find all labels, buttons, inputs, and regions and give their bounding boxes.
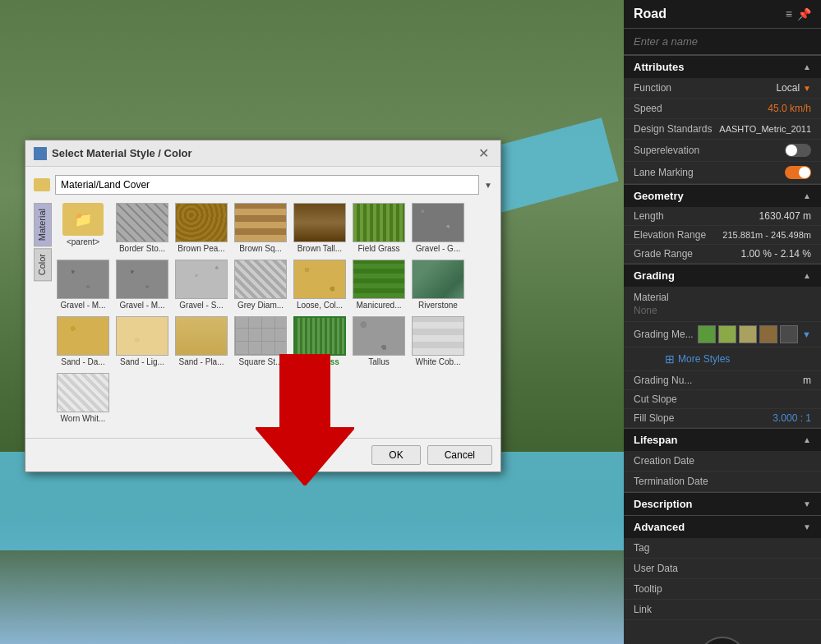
grading-num-value: m xyxy=(803,375,811,386)
lifespan-label: Lifespan xyxy=(634,434,677,446)
list-item[interactable]: Brown Tall... xyxy=(292,203,348,253)
material-dropdown[interactable]: Material/Land Cover xyxy=(55,175,479,195)
materials-grid: 📁 <parent> Border Sto... Brown Pea... xyxy=(55,203,492,430)
material-thumb xyxy=(412,316,464,356)
parent-folder-icon: 📁 xyxy=(62,203,104,236)
termination-date-label: Termination Date xyxy=(634,476,811,487)
superelevation-label: Superelevation xyxy=(634,145,785,156)
superelevation-row: Superelevation xyxy=(624,140,821,162)
material-tab[interactable]: Material xyxy=(34,203,52,246)
material-thumb xyxy=(57,260,109,299)
material-label: Gravel - S... xyxy=(179,301,223,310)
grading-popup-container: Grading Me... ▼ ⊞ More Styles xyxy=(624,322,821,371)
material-thumb xyxy=(412,203,464,242)
material-thumb xyxy=(293,203,346,242)
grading-material-label: Material xyxy=(634,292,811,303)
lane-marking-toggle[interactable] xyxy=(785,166,811,179)
swatch-lime[interactable] xyxy=(718,325,736,343)
cut-slope-label: Cut Slope xyxy=(634,393,811,405)
superelevation-toggle[interactable] xyxy=(785,144,811,157)
pin-icon[interactable]: 📌 xyxy=(797,7,811,21)
material-thumb xyxy=(57,316,109,356)
grade-row: Grade Range 1.00 % - 2.14 % xyxy=(624,245,821,264)
list-item[interactable]: Gravel - G... xyxy=(410,203,466,253)
side-tabs: Material Color xyxy=(34,203,52,430)
parent-label: <parent> xyxy=(67,237,99,246)
material-dialog: Select Material Style / Color ✕ Material… xyxy=(25,140,501,472)
dialog-close-button[interactable]: ✕ xyxy=(475,145,492,161)
tall-grass-item[interactable]: Tall Grass xyxy=(292,316,348,366)
list-item[interactable]: Grey Diam... xyxy=(233,260,288,310)
material-label: Sand - Pla... xyxy=(178,357,224,366)
grading-num-row: Grading Nu... m xyxy=(624,371,821,390)
dropdown-arrow-grading[interactable]: ▼ xyxy=(802,329,811,339)
list-item[interactable]: Gravel - M... xyxy=(114,260,170,310)
geometry-label: Geometry xyxy=(634,190,684,202)
hamburger-icon[interactable]: ≡ xyxy=(786,7,792,21)
lifespan-chevron-icon: ▲ xyxy=(803,435,811,444)
list-item[interactable]: Tallus xyxy=(351,316,407,366)
list-item[interactable]: Brown Pea... xyxy=(173,203,229,253)
attributes-section-header[interactable]: Attributes ▲ xyxy=(624,55,821,78)
cancel-button[interactable]: Cancel xyxy=(427,445,492,465)
list-item[interactable]: Brown Sq... xyxy=(233,203,288,253)
list-item[interactable]: Gravel - S... xyxy=(173,260,229,310)
material-thumb xyxy=(353,260,405,299)
design-standards-value: AASHTO_Metric_2011 xyxy=(719,124,811,134)
material-label: Sand - Da... xyxy=(61,357,104,366)
list-item[interactable]: Square St... xyxy=(233,316,288,366)
material-label: Gravel - M... xyxy=(119,301,164,310)
material-thumb xyxy=(353,203,405,242)
list-item[interactable]: Sand - Da... xyxy=(55,316,111,366)
more-styles-row: ⊞ More Styles xyxy=(624,347,821,371)
color-tab[interactable]: Color xyxy=(34,248,52,281)
list-item[interactable]: Gravel - M... xyxy=(55,260,111,310)
design-standards-label: Design Standards xyxy=(634,123,719,135)
function-dropdown-arrow: ▼ xyxy=(803,84,811,93)
creation-date-row: Creation Date xyxy=(624,451,821,472)
material-label: Brown Sq... xyxy=(239,244,282,253)
swatch-brown[interactable] xyxy=(759,325,777,343)
description-section-header[interactable]: Description ▼ xyxy=(624,492,821,515)
link-row: Link xyxy=(624,600,821,620)
grading-section-header[interactable]: Grading ▲ xyxy=(624,264,821,287)
material-label: Square St... xyxy=(239,357,283,366)
advanced-section-header[interactable]: Advanced ▼ xyxy=(624,515,821,538)
material-thumb xyxy=(57,373,109,412)
list-item[interactable]: Field Grass xyxy=(351,203,407,253)
list-item[interactable]: Riverstone xyxy=(410,260,466,310)
more-styles-button[interactable]: ⊞ More Styles xyxy=(665,351,730,367)
list-item[interactable]: Worn Whit... xyxy=(55,373,111,423)
toggle-knob xyxy=(786,145,797,156)
attributes-label: Attributes xyxy=(634,61,684,73)
grading-method-row: Grading Me... ▼ xyxy=(624,322,821,347)
cut-fill-container: CUT FILL xyxy=(624,620,821,644)
grading-label: Grading xyxy=(634,269,675,282)
lifespan-section-header[interactable]: Lifespan ▲ xyxy=(624,428,821,451)
swatch-khaki[interactable] xyxy=(739,325,757,343)
geometry-section-header[interactable]: Geometry ▲ xyxy=(624,184,821,207)
fill-slope-value: 3.000 : 1 xyxy=(773,412,811,424)
cut-fill-badge: CUT FILL xyxy=(698,637,747,644)
panel-header: Road ≡ 📌 xyxy=(624,0,821,29)
list-item[interactable]: White Cob... xyxy=(410,316,466,366)
link-label: Link xyxy=(634,604,652,615)
list-item[interactable]: Sand - Pla... xyxy=(173,316,229,366)
material-thumb xyxy=(234,203,287,242)
swatch-green[interactable] xyxy=(698,325,716,343)
list-item[interactable]: Border Sto... xyxy=(114,203,170,253)
description-label: Description xyxy=(634,498,693,510)
list-item[interactable]: Sand - Lig... xyxy=(114,316,170,366)
dropdown-arrow-icon: ▼ xyxy=(484,181,492,190)
list-item[interactable]: Loose, Col... xyxy=(292,260,348,310)
list-item[interactable]: Manicured... xyxy=(351,260,407,310)
object-name-input[interactable] xyxy=(624,29,821,55)
swatch-dark[interactable] xyxy=(780,325,798,343)
parent-item[interactable]: 📁 <parent> xyxy=(55,203,111,253)
material-label: Sand - Lig... xyxy=(120,357,164,366)
ok-button[interactable]: OK xyxy=(371,445,420,465)
function-value-dropdown[interactable]: Local ▼ xyxy=(776,82,811,94)
material-label-selected: Tall Grass xyxy=(300,357,339,366)
material-thumb xyxy=(116,316,168,356)
elevation-value: 215.881m - 245.498m xyxy=(722,230,811,240)
